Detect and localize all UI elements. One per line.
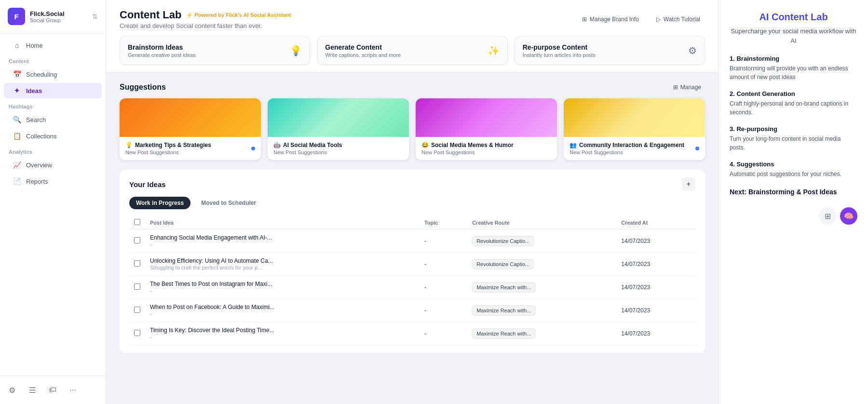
tool-card-title: Generate Content	[325, 43, 401, 51]
topic-cell: -	[420, 322, 467, 345]
suggestion-card-community[interactable]: 👥 Community Interaction & Engagement New…	[564, 98, 705, 160]
row-checkbox[interactable]	[134, 260, 140, 267]
sidebar-item-home[interactable]: ⌂ Home	[4, 38, 102, 53]
tab-work-in-progress[interactable]: Work in Progress	[129, 197, 190, 209]
topic-cell: -	[420, 276, 467, 299]
tool-card-generate[interactable]: Generate Content Write captions, scripts…	[317, 36, 507, 65]
post-idea-sub: -	[150, 242, 415, 247]
ideas-icon: ✦	[13, 87, 21, 94]
tag-icon[interactable]: 🏷	[44, 382, 61, 398]
new-dot-indicator	[695, 147, 699, 150]
tab-moved-to-scheduler[interactable]: Moved to Scheduler	[194, 197, 263, 209]
suggestion-card-label: 🤖 AI Social Media Tools	[273, 142, 342, 148]
more-icon[interactable]: ···	[65, 382, 81, 398]
col-topic: Topic	[420, 216, 467, 229]
panel-section: 4. Suggestions Automatic post suggestion…	[730, 161, 857, 178]
panel-footer: ⊞ 🧠	[730, 207, 857, 225]
brand-avatar: F	[8, 8, 25, 25]
col-creative-route: Creative Route	[467, 216, 616, 229]
watch-tutorial-btn[interactable]: ▷ Watch Tutorial	[651, 13, 705, 26]
main-body: Suggestions ⊞ Manage 💡 Marketing Tips & …	[106, 72, 719, 404]
post-idea-sub: -	[150, 311, 415, 317]
tool-card-repurpose[interactable]: Re-purpose Content Instantly turn articl…	[515, 36, 705, 65]
table-row[interactable]: When to Post on Facebook: A Guide to Max…	[129, 299, 695, 322]
sidebar-item-scheduling[interactable]: 📅 Scheduling	[4, 67, 102, 82]
emoji-icon: 😂	[421, 142, 429, 148]
add-idea-button[interactable]: +	[682, 177, 695, 191]
gear-icon: ⚙	[688, 45, 697, 56]
row-checkbox[interactable]	[134, 283, 140, 290]
sidebar-item-label: Search	[26, 116, 46, 123]
ideas-title: Your Ideas	[129, 180, 166, 189]
post-idea-sub: -	[150, 288, 415, 294]
table-row[interactable]: The Best Times to Post on Instagram for …	[129, 276, 695, 299]
suggestion-card-label: 👥 Community Interaction & Engagement	[570, 142, 684, 148]
overview-icon: 📈	[13, 161, 21, 169]
sidebar-item-label: Ideas	[26, 87, 42, 94]
emoji-icon: 🤖	[273, 142, 281, 148]
panel-section: 1. Brainstorming Brainstorming will prov…	[730, 55, 857, 81]
creative-route-badge: Maximize Reach with...	[472, 282, 535, 293]
sidebar-item-collections[interactable]: 📋 Collections	[4, 128, 102, 144]
page-title: Content Lab	[120, 9, 181, 21]
sidebar-item-label: Reports	[26, 178, 48, 185]
emoji-icon: 👥	[570, 142, 577, 148]
panel-section-text: Automatic post suggestions for your nich…	[730, 170, 857, 178]
post-idea-title: Enhancing Social Media Engagement with A…	[150, 234, 415, 241]
manage-brand-btn[interactable]: ⊞ Manage Brand Info	[577, 13, 644, 26]
topic-cell: -	[420, 229, 467, 253]
post-idea-title: The Best Times to Post on Instagram for …	[150, 281, 415, 287]
manage-grid-icon: ⊞	[673, 84, 678, 91]
tool-card-sub: Write captions, scripts and more	[325, 52, 401, 58]
sidebar-item-search[interactable]: 🔍 Search	[4, 112, 102, 127]
suggestions-section: Suggestions ⊞ Manage 💡 Marketing Tips & …	[120, 82, 705, 160]
post-idea-sub: Struggling to craft the perfect words fo…	[150, 265, 415, 270]
table-row[interactable]: Timing Is Key: Discover the Ideal Postin…	[129, 322, 695, 345]
sidebar-item-reports[interactable]: 📄 Reports	[4, 174, 102, 189]
page-subtitle: Create and develop Social content faster…	[120, 22, 291, 29]
row-checkbox[interactable]	[134, 330, 140, 336]
grid-icon-btn[interactable]: ⊞	[819, 207, 836, 225]
panel-section-title: 3. Re-purposing	[730, 125, 857, 133]
suggestion-card-ai-tools[interactable]: 🤖 AI Social Media Tools New Post Suggest…	[268, 98, 409, 160]
panel-section-title: 4. Suggestions	[730, 161, 857, 168]
hashtags-section-label: Hashtags	[0, 99, 106, 111]
suggestion-card-marketing[interactable]: 💡 Marketing Tips & Strategies New Post S…	[120, 98, 261, 160]
row-checkbox[interactable]	[134, 237, 140, 243]
panel-section-text: Brainstorming will provide you with an e…	[730, 64, 857, 81]
main-header: Content Lab ⚡ Powered by Flick's AI Soci…	[106, 0, 719, 72]
settings-icon[interactable]: ⚙	[4, 382, 20, 398]
brand-text: Flick.Social Social Group	[30, 10, 87, 23]
creative-route-badge: Revolutionize Captio...	[472, 236, 534, 246]
suggestion-card-image	[564, 98, 705, 137]
header-actions: ⊞ Manage Brand Info ▷ Watch Tutorial	[577, 13, 705, 26]
menu-icon[interactable]: ☰	[24, 382, 41, 398]
panel-section: 2. Content Generation Craft highly-perso…	[730, 90, 857, 117]
topic-cell: -	[420, 299, 467, 322]
sidebar-item-ideas[interactable]: ✦ Ideas	[4, 83, 102, 98]
manage-button[interactable]: ⊞ Manage	[669, 82, 705, 93]
brain-icon-btn[interactable]: 🧠	[840, 207, 857, 225]
wand-icon: ✨	[488, 45, 500, 56]
creative-route-badge: Maximize Reach with...	[472, 305, 535, 316]
brand-chevron-icon[interactable]: ⇅	[92, 13, 98, 20]
tool-card-title: Brainstorm Ideas	[128, 43, 196, 51]
col-post-idea: Post Idea	[145, 216, 420, 229]
brand[interactable]: F Flick.Social Social Group ⇅	[0, 8, 106, 33]
suggestion-card-memes[interactable]: 😂 Social Media Memes & Humor New Post Su…	[416, 98, 557, 160]
sidebar-item-label: Collections	[26, 133, 57, 140]
tool-card-brainstorm[interactable]: Brainstorm Ideas Generate creative post …	[120, 36, 310, 65]
collections-icon: 📋	[13, 132, 21, 140]
panel-section: 3. Re-purposing Turn your long-form cont…	[730, 125, 857, 152]
row-checkbox[interactable]	[134, 307, 140, 313]
table-row[interactable]: Unlocking Efficiency: Using AI to Automa…	[129, 253, 695, 276]
suggestion-card-sub: New Post Suggestions	[125, 149, 211, 155]
suggestion-card-sub: New Post Suggestions	[421, 149, 514, 155]
created-at-cell: 14/07/2023	[616, 229, 695, 253]
table-row[interactable]: Enhancing Social Media Engagement with A…	[129, 229, 695, 253]
select-all-checkbox[interactable]	[134, 219, 140, 225]
analytics-section-label: Analytics	[0, 144, 106, 157]
created-at-cell: 14/07/2023	[616, 253, 695, 276]
ideas-tabs: Work in Progress Moved to Scheduler	[129, 197, 695, 209]
sidebar-item-overview[interactable]: 📈 Overview	[4, 157, 102, 173]
